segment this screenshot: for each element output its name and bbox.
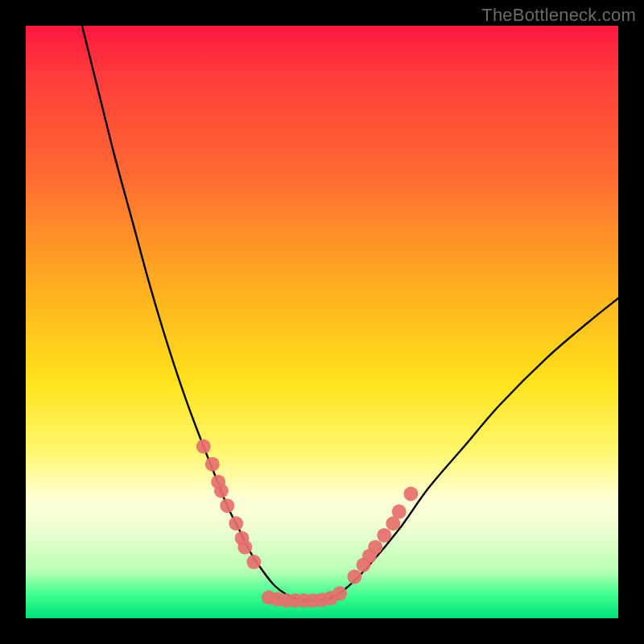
marker-dot xyxy=(229,516,243,530)
marker-group xyxy=(196,440,419,608)
marker-dot xyxy=(220,498,234,513)
marker-dot xyxy=(377,528,391,543)
watermark-text: TheBottleneck.com xyxy=(481,5,636,26)
bottleneck-curve xyxy=(82,26,618,601)
plot-area xyxy=(26,26,618,618)
marker-dot xyxy=(237,540,252,555)
marker-dot xyxy=(368,540,382,555)
marker-dot xyxy=(332,586,347,601)
marker-dot xyxy=(246,555,261,569)
marker-dot xyxy=(392,505,407,519)
marker-dot xyxy=(196,440,211,454)
marker-dot xyxy=(347,569,361,584)
marker-dot xyxy=(403,486,418,501)
chart-svg xyxy=(26,26,618,618)
marker-dot xyxy=(205,457,220,472)
chart-frame: TheBottleneck.com xyxy=(0,0,644,644)
marker-dot xyxy=(214,484,229,498)
